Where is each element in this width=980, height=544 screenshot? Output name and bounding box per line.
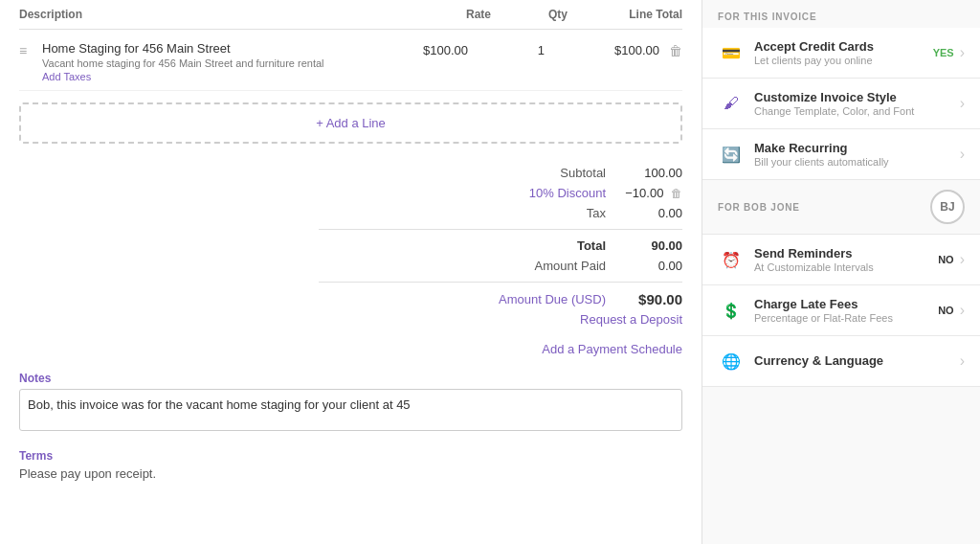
- table-header: Description Rate Qty Line Total: [19, 0, 682, 30]
- customize-style-title: Customize Invoice Style: [754, 90, 960, 104]
- delete-line-icon[interactable]: 🗑: [659, 41, 682, 58]
- left-panel: Description Rate Qty Line Total ≡ Home S…: [0, 0, 702, 544]
- payment-schedule-link[interactable]: Add a Payment Schedule: [19, 342, 682, 356]
- add-taxes-link[interactable]: Add Taxes: [42, 71, 353, 82]
- col-header-rate: Rate: [376, 8, 491, 21]
- line-item-subtitle: Vacant home staging for 456 Main Street …: [42, 57, 353, 69]
- notes-label: Notes: [19, 372, 682, 385]
- total-label: Total: [319, 238, 606, 253]
- make-recurring-content: Make Recurring Bill your clients automat…: [754, 141, 960, 168]
- charge-late-fees-chevron-icon: ›: [960, 302, 965, 319]
- right-panel: FOR THIS INVOICE 💳 Accept Credit Cards L…: [702, 0, 980, 544]
- accept-credit-cards-badge: YES: [933, 47, 954, 58]
- charge-late-fees-badge: NO: [938, 305, 954, 316]
- send-reminders-content: Send Reminders At Customizable Intervals: [754, 246, 938, 273]
- table-row: ≡ Home Staging for 456 Main Street Vacan…: [19, 34, 682, 91]
- credit-card-icon: 💳: [718, 39, 745, 66]
- col-header-description: Description: [19, 8, 376, 21]
- tax-label: Tax: [319, 206, 606, 220]
- terms-text: Please pay upon receipt.: [19, 466, 682, 481]
- amount-paid-value: 0.00: [606, 259, 682, 273]
- recurring-icon: 🔄: [718, 141, 745, 168]
- currency-icon: 🌐: [718, 348, 745, 374]
- line-item-description: Home Staging for 456 Main Street Vacant …: [42, 41, 353, 82]
- discount-row: 10% Discount −10.00 🗑: [319, 183, 682, 203]
- currency-language-chevron-icon: ›: [960, 352, 965, 370]
- send-reminders-item[interactable]: ⏰ Send Reminders At Customizable Interva…: [702, 235, 980, 285]
- accept-credit-cards-item[interactable]: 💳 Accept Credit Cards Let clients pay yo…: [702, 28, 980, 79]
- total-row: Total 90.00: [319, 236, 682, 256]
- amount-due-value: $90.00: [606, 291, 682, 307]
- charge-late-fees-title: Charge Late Fees: [754, 297, 938, 311]
- discount-delete-icon[interactable]: 🗑: [671, 187, 682, 200]
- line-item-title[interactable]: Home Staging for 456 Main Street: [42, 41, 353, 56]
- subtotal-label: Subtotal: [319, 166, 606, 180]
- subtotal-value: 100.00: [606, 166, 682, 180]
- discount-label: 10% Discount: [319, 186, 606, 200]
- amount-due-label: Amount Due (USD): [319, 292, 606, 306]
- terms-label: Terms: [19, 449, 682, 463]
- notes-input[interactable]: Bob, this invoice was for the vacant hom…: [19, 389, 682, 431]
- accept-credit-cards-content: Accept Credit Cards Let clients pay you …: [754, 39, 933, 66]
- totals-divider: [319, 229, 682, 230]
- send-reminders-badge: NO: [938, 254, 954, 265]
- drag-handle-icon[interactable]: ≡: [19, 41, 42, 58]
- totals-section: Subtotal 100.00 10% Discount −10.00 🗑 Ta…: [319, 155, 682, 334]
- customize-invoice-style-item[interactable]: 🖌 Customize Invoice Style Change Templat…: [702, 79, 980, 129]
- customize-style-content: Customize Invoice Style Change Template,…: [754, 90, 960, 117]
- tax-row: Tax 0.00: [319, 203, 682, 223]
- discount-link[interactable]: 10% Discount: [529, 186, 606, 200]
- customize-style-chevron-icon: ›: [960, 95, 965, 112]
- send-reminders-chevron-icon: ›: [960, 251, 965, 268]
- accept-credit-cards-title: Accept Credit Cards: [754, 39, 933, 54]
- accept-credit-cards-subtitle: Let clients pay you online: [754, 55, 933, 66]
- line-item-total: $100.00: [545, 41, 659, 57]
- charge-late-fees-item[interactable]: 💲 Charge Late Fees Percentage or Flat-Ra…: [702, 285, 980, 336]
- discount-value: −10.00 🗑: [606, 186, 682, 200]
- send-reminders-subtitle: At Customizable Intervals: [754, 261, 938, 273]
- amount-paid-label: Amount Paid: [319, 259, 606, 273]
- accept-credit-cards-chevron-icon: ›: [960, 44, 965, 61]
- send-reminders-title: Send Reminders: [754, 246, 938, 261]
- make-recurring-item[interactable]: 🔄 Make Recurring Bill your clients autom…: [702, 129, 980, 180]
- make-recurring-chevron-icon: ›: [960, 146, 965, 163]
- line-item-rate[interactable]: $100.00: [353, 41, 468, 57]
- tax-value: 0.00: [606, 206, 682, 220]
- charge-late-fees-subtitle: Percentage or Flat-Rate Fees: [754, 312, 938, 324]
- total-value: 90.00: [606, 238, 682, 253]
- customize-style-subtitle: Change Template, Color, and Font: [754, 105, 960, 117]
- amount-due-row: Amount Due (USD) $90.00: [319, 288, 682, 310]
- for-invoice-header: FOR THIS INVOICE: [702, 0, 980, 28]
- request-deposit-link[interactable]: Request a Deposit: [319, 312, 682, 327]
- line-item-qty[interactable]: 1: [468, 41, 545, 57]
- currency-language-content: Currency & Language: [754, 353, 960, 369]
- client-section: FOR BOB JONE BJ: [702, 180, 980, 235]
- add-line-button[interactable]: + Add a Line: [19, 102, 682, 144]
- notes-section: Notes Bob, this invoice was for the vaca…: [19, 372, 682, 434]
- make-recurring-title: Make Recurring: [754, 141, 960, 155]
- customize-style-icon: 🖌: [718, 90, 745, 117]
- col-header-total: Line Total: [568, 8, 682, 21]
- terms-section: Terms Please pay upon receipt.: [19, 449, 682, 481]
- client-avatar: BJ: [930, 190, 965, 224]
- make-recurring-subtitle: Bill your clients automatically: [754, 156, 960, 168]
- late-fees-icon: 💲: [718, 297, 745, 324]
- totals-divider-2: [319, 282, 682, 283]
- subtotal-row: Subtotal 100.00: [319, 163, 682, 183]
- col-header-qty: Qty: [491, 8, 568, 21]
- for-client-header: FOR BOB JONE: [718, 202, 800, 213]
- charge-late-fees-content: Charge Late Fees Percentage or Flat-Rate…: [754, 297, 938, 324]
- reminders-icon: ⏰: [718, 246, 745, 273]
- amount-paid-row: Amount Paid 0.00: [319, 256, 682, 276]
- currency-language-title: Currency & Language: [754, 353, 960, 368]
- currency-language-item[interactable]: 🌐 Currency & Language ›: [702, 336, 980, 387]
